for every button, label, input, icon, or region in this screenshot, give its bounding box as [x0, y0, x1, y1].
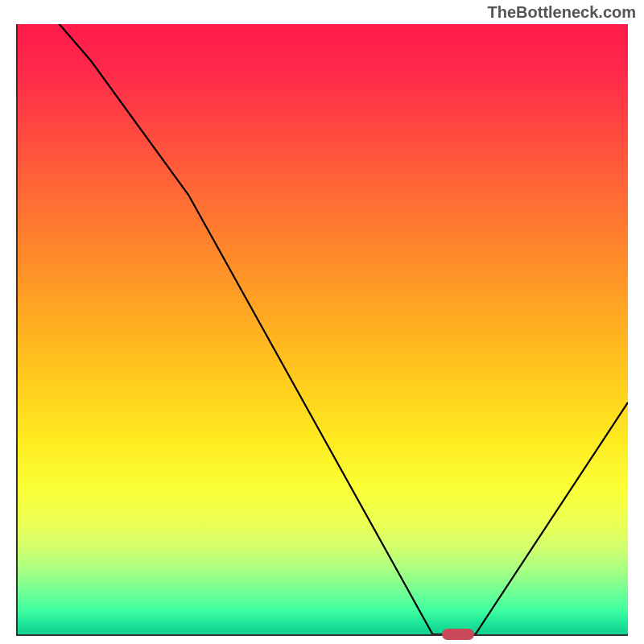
optimum-marker [442, 629, 474, 640]
bottleneck-curve [18, 24, 628, 634]
curve-path [18, 24, 628, 634]
attribution-text: TheBottleneck.com [488, 3, 636, 22]
plot-area [16, 24, 628, 636]
